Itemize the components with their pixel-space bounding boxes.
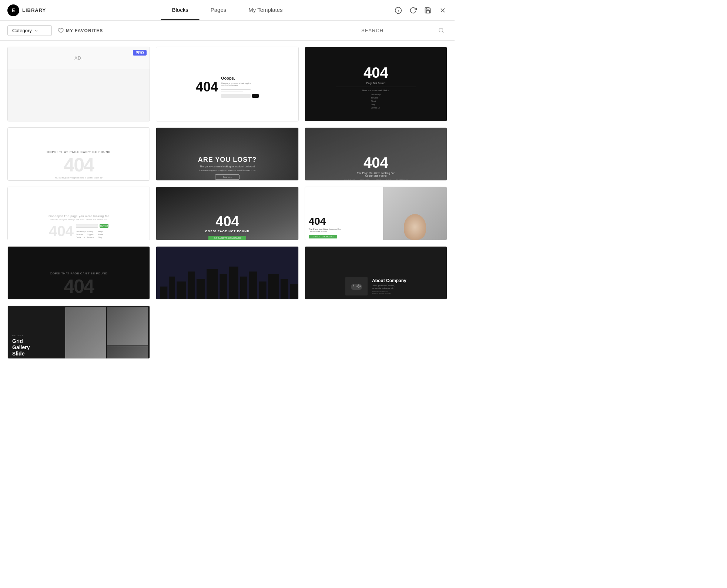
- svg-point-5: [439, 28, 443, 32]
- library-label: LIBRARY: [22, 7, 46, 13]
- template-item[interactable]: PRO OOPS! THAT PAGE CAN'T BE FOUND 404 Y…: [7, 127, 150, 181]
- svg-point-26: [359, 285, 361, 287]
- logo-area: E LIBRARY: [7, 4, 52, 16]
- ad-thumbnail: AD.: [8, 47, 150, 69]
- template-thumbnail: Gallery GridGallerySlide: [8, 306, 150, 359]
- svg-rect-24: [354, 284, 354, 287]
- svg-point-25: [358, 284, 359, 286]
- template-thumbnail: OOPS! THAT PAGE CAN'T BE FOUND 404 You c…: [8, 128, 150, 181]
- template-item[interactable]: PRO ARE YOU LOST? The page you were look…: [156, 127, 298, 181]
- svg-rect-20: [281, 279, 288, 300]
- template-thumbnail: About Company Lorem ipsum dolor sit amet…: [305, 247, 447, 300]
- template-item[interactable]: PRO OOPS! THAT PAGE CAN'T BE FOUND 404 H…: [7, 246, 150, 300]
- svg-rect-15: [229, 266, 238, 299]
- template-thumbnail: 404 The Page You Were Looking ForCouldn'…: [305, 128, 447, 181]
- template-item[interactable]: PRO Ooooops! The page you were looking f…: [7, 187, 150, 240]
- svg-rect-9: [170, 276, 175, 299]
- ad-label: AD.: [74, 56, 83, 61]
- oops-title: Ooops.: [221, 76, 259, 80]
- category-label: Category: [12, 28, 32, 33]
- heart-icon: [58, 28, 64, 34]
- template-thumbnail: 404 The Page You Were Looking ForCouldn'…: [305, 187, 447, 240]
- template-thumbnail: 404 Page Not Found Here are some useful …: [305, 47, 447, 121]
- template-thumbnail: 404 OOPS! PAGE NOT FOUND GO BACK TO HOME…: [156, 187, 298, 240]
- svg-rect-11: [188, 271, 195, 300]
- svg-rect-13: [207, 269, 218, 300]
- save-icon[interactable]: [423, 6, 432, 15]
- template-item[interactable]: Gallery GridGallerySlide: [7, 305, 150, 359]
- template-item[interactable]: PRO 404 OOPS! PAGE NOT FOUND GO BACK TO …: [156, 187, 298, 240]
- favorites-button[interactable]: MY FAVORITES: [58, 28, 103, 34]
- refresh-icon[interactable]: [409, 6, 418, 15]
- template-thumbnail: Ooooops! The page you were looking for Y…: [8, 187, 150, 240]
- svg-rect-18: [259, 281, 267, 300]
- toolbar: Category MY FAVORITES: [0, 21, 455, 41]
- header-actions: [394, 6, 447, 15]
- template-grid: PRO AD. PRO 404 Ooops. The page you were…: [0, 41, 455, 365]
- oops-subtitle: The page you were looking for couldn't b…: [221, 82, 258, 87]
- template-thumbnail: [156, 247, 298, 300]
- favorites-label: MY FAVORITES: [66, 28, 103, 33]
- category-dropdown[interactable]: Category: [7, 25, 52, 36]
- template-item[interactable]: PRO 404 Ooops. The page you were looking…: [156, 47, 298, 121]
- svg-rect-17: [249, 271, 257, 300]
- svg-line-6: [442, 31, 443, 33]
- template-item[interactable]: About Company Lorem ipsum dolor sit amet…: [305, 246, 447, 300]
- tab-blocks[interactable]: Blocks: [161, 1, 200, 20]
- template-item[interactable]: PRO 404 Page Not Found Here are some use…: [305, 47, 447, 121]
- template-thumbnail: 404 Ooops. The page you were looking for…: [156, 47, 298, 121]
- template-item[interactable]: PRO AD.: [7, 47, 150, 121]
- svg-rect-12: [197, 279, 205, 300]
- svg-rect-19: [268, 274, 279, 300]
- search-icon: [438, 27, 444, 33]
- header: E LIBRARY Blocks Pages My Templates: [0, 0, 455, 21]
- info-icon[interactable]: [394, 6, 403, 15]
- close-icon[interactable]: [438, 6, 447, 15]
- svg-rect-8: [160, 286, 167, 299]
- chevron-down-icon: [34, 29, 38, 33]
- template-thumbnail: OOPS! THAT PAGE CAN'T BE FOUND 404 Home …: [8, 247, 150, 300]
- svg-rect-22: [351, 284, 362, 290]
- template-item[interactable]: PRO 404 The Page You Were Looking ForCou…: [305, 127, 447, 181]
- svg-rect-21: [290, 284, 298, 300]
- svg-point-28: [356, 285, 358, 287]
- template-item[interactable]: PRO 404 The Page You Were Looking ForCou…: [305, 187, 447, 240]
- svg-point-27: [358, 287, 359, 288]
- svg-rect-16: [240, 276, 247, 299]
- template-item[interactable]: [156, 246, 298, 300]
- svg-rect-10: [177, 281, 186, 300]
- search-input[interactable]: [361, 28, 435, 33]
- svg-rect-14: [220, 274, 227, 300]
- pro-badge: PRO: [133, 50, 147, 56]
- logo-icon: E: [7, 4, 19, 16]
- search-area: [358, 26, 447, 35]
- nav-tabs: Blocks Pages My Templates: [161, 1, 294, 20]
- template-thumbnail: ARE YOU LOST? The page you were looking …: [156, 128, 298, 181]
- tab-pages[interactable]: Pages: [200, 1, 238, 20]
- tab-my-templates[interactable]: My Templates: [237, 1, 294, 20]
